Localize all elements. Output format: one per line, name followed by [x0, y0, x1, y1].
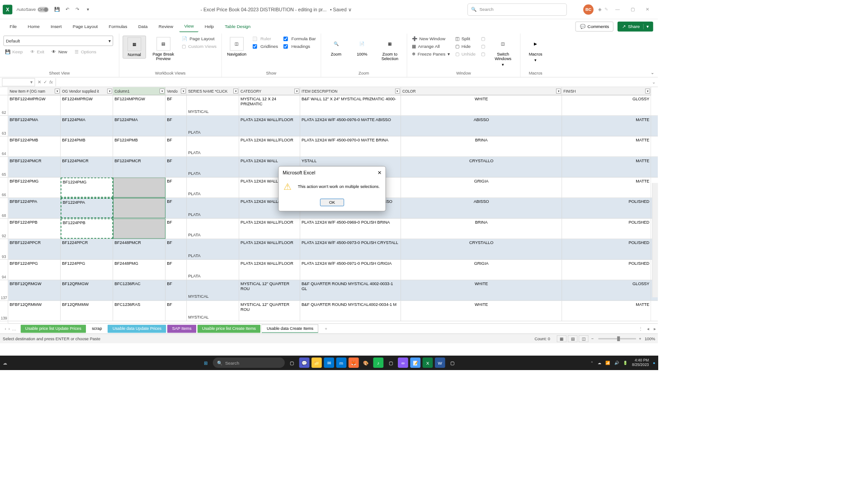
row-header[interactable]: 92 [0, 219, 8, 239]
row-header[interactable]: 93 [0, 239, 8, 259]
cell[interactable]: PLATA [187, 116, 239, 136]
cell[interactable]: PLATA 12X24 WALL/FLOOR [239, 136, 300, 157]
ok-button[interactable]: OK [320, 199, 344, 206]
cell[interactable]: BF [165, 157, 187, 177]
cell[interactable]: BFBF12QRMGW [8, 280, 61, 300]
cell[interactable]: BRINA [401, 136, 562, 157]
cell[interactable]: BF2448PMG [113, 260, 165, 280]
cancel-icon[interactable]: ✕ [38, 80, 41, 84]
scroll-left-icon[interactable]: ◂ [647, 326, 649, 331]
user-avatar[interactable]: BC [583, 4, 594, 14]
cell[interactable]: PLATA 12X24 W/F 4500-0971-0 POLISH GRIGI… [300, 260, 401, 280]
cell[interactable]: BF [165, 260, 187, 280]
comments-button[interactable]: 💬 Comments [576, 21, 613, 31]
cell[interactable] [113, 198, 165, 218]
freezepanes-button[interactable]: ❄ Freeze Panes ▾ [410, 51, 451, 57]
row-header[interactable]: 139 [0, 301, 8, 321]
pagebreak-button[interactable]: ▤Page Break Preview [149, 36, 178, 63]
cell[interactable]: PLATA [187, 219, 239, 239]
cell[interactable]: GRIGIA [401, 178, 562, 198]
switch-windows-button[interactable]: ◫Switch Windows ▾ [489, 36, 517, 69]
close-button[interactable]: ✕ [640, 3, 655, 16]
cell[interactable]: PLATA 12X24 WALL/FLOOR [239, 219, 300, 239]
paint-icon[interactable]: 🎨 [361, 357, 371, 368]
cell[interactable]: MYSTICAL 12" QUARTER ROU [239, 301, 300, 321]
cell[interactable]: BF1224PMCR [113, 157, 165, 177]
formula-input[interactable] [56, 78, 650, 86]
cell[interactable]: PLATA [187, 260, 239, 280]
qat-dropdown-icon[interactable]: ▾ [85, 6, 91, 13]
volume-icon[interactable]: 🔊 [614, 361, 619, 365]
filter-icon[interactable]: ▾ [181, 89, 186, 94]
cell[interactable]: BF [165, 239, 187, 259]
cell[interactable]: MATTE [562, 178, 651, 198]
cell[interactable]: MATTE [562, 157, 651, 177]
cell[interactable]: MYSTICAL [187, 280, 239, 300]
column-header[interactable]: COLOR▾ [401, 87, 562, 95]
redo-icon[interactable]: ↷ [74, 6, 81, 13]
cell[interactable]: PLATA [187, 178, 239, 198]
sheet-tab[interactable]: scrap [87, 324, 107, 333]
menu-formulas[interactable]: Formulas [104, 21, 132, 32]
column-header[interactable]: FINISH▾ [562, 87, 651, 95]
cell[interactable]: BFC1236RAS [113, 301, 165, 321]
menu-tabledesign[interactable]: Table Design [220, 21, 255, 32]
row-header[interactable]: 62 [0, 95, 8, 116]
cell[interactable]: BF12QRMMW [61, 301, 113, 321]
new-sheetview-button[interactable]: 👁 New [50, 49, 68, 55]
sheet-tab[interactable]: SAP Items [167, 324, 196, 333]
cell[interactable]: BFBF1224PPB [8, 219, 61, 239]
cell[interactable]: BF2448PMCR [113, 239, 165, 259]
sheet-tab[interactable]: Usable price list Create Items [197, 324, 260, 333]
cell[interactable]: BF1224MPRGW [113, 95, 165, 116]
sheet-tab[interactable]: Usable price list Update Prices [20, 324, 86, 333]
cell[interactable]: BF [165, 219, 187, 239]
weather-icon[interactable]: ☁ [3, 360, 7, 365]
filter-icon[interactable]: ▾ [107, 89, 112, 94]
column-header[interactable]: Column1▾ [113, 87, 165, 95]
cell[interactable]: BFBF1224MPRGW [8, 95, 61, 116]
normal-view-button[interactable]: ▦Normal [123, 36, 146, 59]
navigation-button[interactable]: ◫Navigation [225, 36, 249, 58]
menu-review[interactable]: Review [154, 21, 178, 32]
arrangeall-button[interactable]: ▦ Arrange All [410, 43, 451, 50]
cell[interactable]: BF1224PMCR [61, 157, 113, 177]
enter-icon[interactable]: ✓ [43, 80, 47, 84]
row-header[interactable]: 63 [0, 116, 8, 136]
filter-icon[interactable]: ▾ [233, 89, 238, 94]
headings-check[interactable]: Headings [282, 43, 317, 50]
row-header[interactable]: 94 [0, 260, 8, 280]
app-icon[interactable]: ▢ [386, 357, 396, 368]
cell[interactable]: BF1224PMA [61, 116, 113, 136]
filter-icon[interactable]: ▾ [395, 89, 400, 94]
spotify-icon[interactable]: ♪ [373, 357, 383, 368]
filter-icon[interactable]: ▾ [160, 89, 165, 94]
menu-pagelayout[interactable]: Page Layout [68, 21, 103, 32]
gridlines-check[interactable]: Gridlines [251, 43, 279, 50]
sheet-tab[interactable]: Usable data Update Prices [108, 324, 166, 333]
column-header[interactable]: Vendo▾ [165, 87, 187, 95]
notepad-icon[interactable]: 📝 [410, 357, 420, 368]
cell[interactable]: PLATA [187, 239, 239, 259]
zoom-slider[interactable] [599, 338, 636, 339]
filter-icon[interactable]: ▾ [645, 89, 650, 94]
start-button[interactable]: ⊞ [200, 357, 211, 368]
column-header[interactable]: CATEGORY▾ [239, 87, 300, 95]
diamond-icon[interactable]: ◈ [596, 6, 603, 13]
cell[interactable]: BFBF1224PMG [8, 178, 61, 198]
sheetview-dropdown[interactable]: Default▾ [4, 36, 113, 46]
cell[interactable]: WHITE [401, 95, 562, 116]
mail-icon[interactable]: ✉ [324, 357, 334, 368]
zoom-out-icon[interactable]: − [591, 336, 594, 341]
expand-formulabar-icon[interactable]: ⌄ [650, 80, 658, 84]
cell[interactable]: BF [165, 178, 187, 198]
column-header[interactable]: New Item # (OG nam▾ [8, 87, 61, 95]
cell[interactable]: BFBF1224PMCR [8, 157, 61, 177]
taskview-icon[interactable]: ▢ [287, 357, 297, 368]
cell[interactable]: ABISSO [401, 116, 562, 136]
cell[interactable]: MYSTICAL [187, 301, 239, 321]
search-box[interactable]: 🔍 Search [467, 3, 567, 15]
macros-button[interactable]: ▶Macros ▾ [524, 36, 547, 64]
taskbar-search[interactable]: 🔍 Search [213, 357, 285, 368]
cell[interactable]: BRINA [401, 219, 562, 239]
